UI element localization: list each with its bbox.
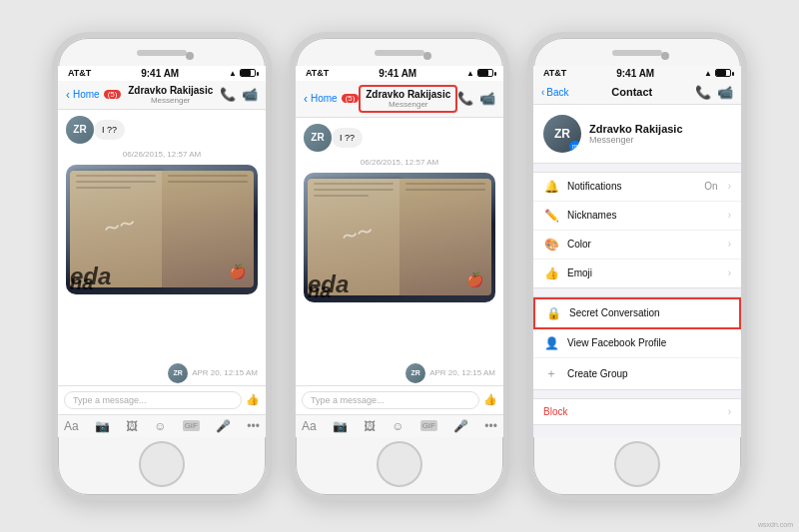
phone-1: AT&T 9:41 AM ▲ ‹ Home (5) Zdravko Rakija… — [52, 32, 272, 501]
watermark: wsxdn.com — [758, 521, 793, 528]
timestamp-row-1: ZR APR 20, 12:15 AM — [58, 361, 266, 385]
color-label: Color — [567, 239, 720, 250]
back-label-2: Home — [311, 93, 338, 104]
chevron-back-icon: ‹ — [541, 87, 544, 98]
contact-avatar: ZR m — [543, 115, 581, 153]
aa-icon-1[interactable]: Aa — [64, 419, 79, 433]
menu-nicknames[interactable]: ✏️ Nicknames › — [533, 202, 741, 231]
menu-emoji[interactable]: 👍 Emoji › — [533, 260, 741, 287]
gif-icon-1[interactable]: GIF — [183, 420, 200, 431]
menu-block[interactable]: Block › — [533, 399, 741, 424]
sticker-icon-1[interactable]: ☺ — [154, 419, 166, 433]
volume-down-button-3[interactable] — [527, 164, 529, 192]
sticker-icon-2[interactable]: ☺ — [392, 419, 403, 433]
photo-icon-1[interactable]: 🖼 — [126, 419, 138, 433]
avatar-small-2: ZR — [405, 363, 425, 383]
phone-2: AT&T 9:41 AM ▲ ‹ Home (5) Zdravko Rakija… — [290, 32, 509, 501]
like-icon-1[interactable]: 👍 — [246, 393, 260, 406]
chat-image-2: 🍎 〜〜 eda na — [296, 171, 503, 361]
like-icon-2[interactable]: 👍 — [483, 393, 497, 406]
timestamp-bottom-1: APR 20, 12:15 AM — [192, 366, 258, 379]
avatar-initials-1: ZR — [66, 116, 94, 144]
power-button[interactable] — [270, 146, 272, 194]
volume-down-button-2[interactable] — [290, 164, 292, 192]
nav-actions-1: 📞 📹 — [220, 87, 258, 102]
power-button-2[interactable] — [507, 146, 509, 194]
chevron-left-icon: ‹ — [66, 88, 70, 102]
menu-create-group[interactable]: ＋ Create Group — [533, 358, 741, 389]
timestamp-2: 06/26/2015, 12:57 AM — [296, 154, 503, 171]
volume-up-button-3[interactable] — [527, 128, 529, 156]
chevron-left-icon-2: ‹ — [304, 92, 308, 106]
chevron-right-icon-3: › — [728, 239, 731, 250]
camera-icon-1[interactable]: 📷 — [95, 419, 110, 433]
contact-nav-actions: 📞 📹 — [695, 85, 733, 100]
gif-icon-2[interactable]: GIF — [420, 420, 437, 431]
battery-icon — [240, 69, 256, 77]
volume-up-button-2[interactable] — [290, 128, 292, 156]
nav-actions-2: 📞 📹 — [457, 91, 495, 106]
plus-icon: ＋ — [543, 365, 559, 382]
more-icon-2[interactable]: ••• — [484, 419, 497, 433]
carrier-label-2: AT&T — [306, 68, 329, 78]
time-label: 9:41 AM — [141, 68, 179, 79]
phone-call-icon-3[interactable]: 📞 — [695, 85, 711, 100]
contact-back-button[interactable]: ‹ Back — [541, 87, 569, 98]
aa-icon-2[interactable]: Aa — [302, 419, 317, 433]
status-icons: ▲ — [229, 69, 256, 78]
message-input-2[interactable]: Type a message... — [302, 391, 479, 409]
message-text-2: I ?? — [340, 133, 355, 143]
contact-info: Zdravko Rakijasic Messenger — [589, 123, 731, 145]
menu-view-profile[interactable]: 👤 View Facebook Profile — [533, 329, 741, 358]
chat-avatar-row-2: ZR I ?? — [296, 118, 503, 154]
audio-icon-1[interactable]: 🎤 — [216, 419, 231, 433]
phone-call-icon-2[interactable]: 📞 — [457, 91, 473, 106]
more-icon-1[interactable]: ••• — [247, 419, 260, 433]
avatar-2: ZR — [304, 124, 332, 152]
video-call-icon-1[interactable]: 📹 — [242, 87, 258, 102]
text-overlay-4: na — [308, 279, 331, 302]
contact-title: Contact — [569, 86, 695, 98]
screen-1: AT&T 9:41 AM ▲ ‹ Home (5) Zdravko Rakija… — [58, 66, 266, 437]
chevron-right-icon-4: › — [728, 267, 731, 278]
notifications-label: Notifications — [567, 181, 696, 192]
back-button-2[interactable]: ‹ Home (5) — [304, 92, 359, 106]
phone-call-icon-1[interactable]: 📞 — [220, 87, 236, 102]
nav-bar-1: ‹ Home (5) Zdravko Rakijasic Messenger 📞… — [58, 81, 266, 110]
video-call-icon-3[interactable]: 📹 — [717, 85, 733, 100]
status-icons-2: ▲ — [466, 69, 493, 78]
menu-notifications[interactable]: 🔔 Notifications On › — [533, 173, 741, 202]
volume-down-button[interactable] — [52, 164, 54, 192]
nav-title-2[interactable]: Zdravko Rakijasic Messenger — [359, 85, 457, 113]
message-input-1[interactable]: Type a message... — [64, 391, 242, 409]
photo-icon-2[interactable]: 🖼 — [364, 419, 376, 433]
audio-icon-2[interactable]: 🎤 — [453, 419, 468, 433]
view-profile-label: View Facebook Profile — [567, 337, 731, 348]
contact-header: ZR m Zdravko Rakijasic Messenger — [533, 105, 741, 164]
status-bar-3: AT&T 9:41 AM ▲ — [533, 66, 741, 81]
nav-name-1: Zdravko Rakijasic — [128, 85, 213, 96]
book-right-page-2: 🍎 — [400, 179, 491, 295]
volume-up-button[interactable] — [52, 128, 54, 156]
emoji-label: Emoji — [567, 267, 720, 278]
avatar-small-1: ZR — [168, 363, 188, 383]
block-label: Block — [543, 406, 720, 417]
wifi-icon-3: ▲ — [704, 69, 712, 78]
camera-icon-2[interactable]: 📷 — [333, 419, 348, 433]
lock-icon: 🔒 — [545, 306, 561, 320]
phone-3: AT&T 9:41 AM ▲ ‹ Back Contact 📞 📹 ZR m — [527, 32, 747, 501]
text-overlay-2: na — [70, 271, 93, 294]
chat-bubble-1: I ?? — [94, 120, 125, 140]
color-icon: 🎨 — [543, 238, 559, 252]
badge-count-2: (5) — [342, 94, 360, 103]
menu-color[interactable]: 🎨 Color › — [533, 231, 741, 260]
book-image-1: 🍎 〜〜 eda na — [66, 165, 258, 294]
back-button-1[interactable]: ‹ Home (5) — [66, 88, 121, 102]
back-label-1: Home — [73, 89, 100, 100]
power-button-3[interactable] — [745, 146, 747, 194]
chevron-right-icon-2: › — [728, 210, 731, 221]
menu-secret-conversation[interactable]: 🔒 Secret Conversation — [533, 297, 741, 329]
apple-logo-1: 🍎 — [229, 264, 246, 279]
video-call-icon-2[interactable]: 📹 — [479, 91, 495, 106]
camera-dot — [186, 52, 194, 60]
